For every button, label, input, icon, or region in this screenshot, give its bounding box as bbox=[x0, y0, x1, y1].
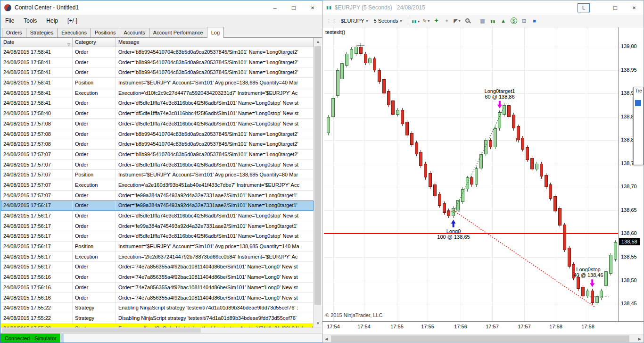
instrument-selector[interactable]: $EURJPY▾ bbox=[339, 17, 371, 25]
tab-log[interactable]: Log bbox=[207, 27, 224, 38]
floating-panel[interactable]: Tre bbox=[633, 87, 644, 165]
log-table-row[interactable]: 24/08/2015 17:58:41OrderOrder='df5dfe1ff… bbox=[1, 98, 314, 109]
chart-scrollbar-thumb[interactable] bbox=[331, 335, 629, 342]
candle bbox=[609, 255, 612, 274]
time-axis[interactable]: 17:5417:5417:5517:5517:5617:5717:5717:58… bbox=[322, 321, 644, 333]
menu-file[interactable]: File bbox=[0, 17, 19, 24]
log-table-row[interactable]: 24/08/2015 17:56:17OrderOrder='df5dfe1ff… bbox=[1, 211, 314, 221]
log-table-row[interactable]: 24/08/2015 17:55:22StrategyEnabling Ninj… bbox=[1, 303, 314, 313]
candle bbox=[545, 175, 548, 187]
log-table-row[interactable]: 24/08/2015 17:57:07OrderOrder='b8b994541… bbox=[1, 150, 314, 160]
log-table-row[interactable]: 24/08/2015 17:57:07OrderOrder='df5dfe1ff… bbox=[1, 160, 314, 170]
toolbar-grip-icon[interactable]: ⋮⋮ bbox=[326, 18, 337, 24]
add-indicator-icon[interactable]: + bbox=[432, 16, 441, 25]
layout-icon[interactable]: ▦ bbox=[478, 16, 487, 25]
cell-message: Order='df5dfe1fffa74e3c8116bbc4f25f6adb/… bbox=[116, 160, 314, 170]
scroll-left-icon[interactable]: ◀ bbox=[322, 335, 330, 343]
vertical-scrollbar[interactable]: ▲ ▼ bbox=[314, 38, 322, 327]
candle bbox=[424, 164, 427, 177]
log-table-row[interactable]: 24/08/2015 17:57:08OrderOrder='df5dfe1ff… bbox=[1, 119, 314, 129]
log-table-row[interactable]: 24/08/2015 17:56:17OrderOrder='fe99a384a… bbox=[1, 201, 314, 211]
tab-bar: Orders Strategies Executions Positions A… bbox=[0, 26, 322, 38]
tab-accounts[interactable]: Accounts bbox=[120, 28, 149, 37]
chart-horizontal-scrollbar[interactable]: ◀ ▶ bbox=[322, 335, 644, 343]
strategy-label: testexit() bbox=[325, 29, 345, 35]
maximize-icon[interactable]: □ bbox=[284, 0, 303, 15]
data-box-icon[interactable]: ■ bbox=[530, 16, 539, 25]
price-axis[interactable]: 138,58 139,00138,95138,90138,85138,80138… bbox=[618, 27, 644, 321]
column-header-date[interactable]: Date▽ bbox=[1, 38, 73, 47]
menu-help[interactable]: Help bbox=[41, 17, 63, 24]
candle bbox=[401, 110, 404, 124]
cell-message: Order='df5dfe1fffa74e3c8116bbc4f25f6adb/… bbox=[116, 98, 314, 108]
drawing-tools-icon[interactable]: ✎▾ bbox=[421, 16, 431, 25]
candle bbox=[530, 158, 534, 169]
column-header-message[interactable]: Message bbox=[116, 38, 314, 47]
grid-icon[interactable]: ⊞ bbox=[520, 16, 529, 25]
price-axis-label: 138,55 bbox=[621, 254, 637, 259]
gridline bbox=[324, 281, 618, 281]
zoom-icon[interactable] bbox=[463, 16, 472, 25]
log-table-row[interactable]: 24/08/2015 17:56:17PositionInstrument='$… bbox=[1, 242, 314, 252]
log-table-row[interactable]: 24/08/2015 17:55:22StrategyDisabling Nin… bbox=[1, 313, 314, 324]
area-chart-icon[interactable]: ▲ bbox=[499, 16, 508, 25]
candle bbox=[378, 70, 381, 82]
cell-date: 24/08/2015 17:56:16 bbox=[1, 293, 73, 303]
cursor-icon[interactable]: ◤▾ bbox=[453, 16, 462, 25]
connection-status-badge: Connected - Simulator bbox=[0, 334, 60, 343]
log-table-row[interactable]: 24/08/2015 17:56:17OrderOrder='74e7a8563… bbox=[1, 262, 314, 272]
marker-icon[interactable]: ✦ bbox=[442, 16, 452, 25]
horizontal-scrollbar-thumb[interactable] bbox=[2, 328, 201, 333]
log-table-row[interactable]: 24/08/2015 17:56:16OrderOrder='74e7a8563… bbox=[1, 293, 314, 303]
status-bar: Connected - Simulator bbox=[0, 333, 322, 343]
log-table-row[interactable]: 24/08/2015 17:57:07ExecutionExecution='a… bbox=[1, 180, 314, 191]
maximize-icon[interactable]: □ bbox=[606, 0, 625, 15]
log-table-row[interactable]: 24/08/2015 17:58:41PositionInstrument='$… bbox=[1, 78, 314, 88]
log-table-row[interactable]: 24/08/2015 17:57:07OrderOrder='fe99a384a… bbox=[1, 191, 314, 201]
horizontal-scrollbar[interactable] bbox=[1, 327, 322, 333]
minimize-icon[interactable]: – bbox=[265, 0, 284, 15]
link-button[interactable]: L bbox=[578, 3, 590, 12]
log-table-row[interactable]: 24/08/2015 17:57:08OrderOrder='b8b994541… bbox=[1, 129, 314, 140]
tab-positions[interactable]: Positions bbox=[91, 28, 120, 37]
log-table-row[interactable]: 24/08/2015 17:57:07PositionInstrument='$… bbox=[1, 170, 314, 180]
log-table-row[interactable]: 24/08/2015 17:56:17ExecutionExecution='2… bbox=[1, 252, 314, 262]
log-table-row[interactable]: 24/08/2015 17:58:41OrderOrder='b8b994541… bbox=[1, 58, 314, 68]
close-icon[interactable]: × bbox=[303, 0, 322, 15]
marker-glyph: ✦ bbox=[445, 18, 449, 24]
log-table-row[interactable]: 24/08/2015 17:58:41ExecutionExecution='d… bbox=[1, 88, 314, 99]
log-table-row[interactable]: 24/08/2015 17:55:22StrategyError on call… bbox=[1, 324, 314, 327]
horizontal-line-drawing[interactable] bbox=[324, 233, 618, 234]
time-axis-label: 17:55 bbox=[389, 324, 405, 329]
log-table-row[interactable]: 24/08/2015 17:57:08OrderOrder='b8b994541… bbox=[1, 139, 314, 150]
bar-chart-icon[interactable]: ▮▮ bbox=[488, 17, 498, 26]
scroll-up-icon[interactable]: ▲ bbox=[314, 38, 322, 46]
interval-selector[interactable]: 5 Seconds▾ bbox=[372, 17, 405, 25]
chart-plot-area[interactable]: testexit() © 2015 NinjaTrader, LLC 138,5… bbox=[322, 27, 644, 321]
close-icon[interactable]: × bbox=[625, 0, 644, 15]
candle bbox=[568, 248, 571, 267]
control-center-titlebar[interactable]: Control Center - Untitled1 – □ × bbox=[0, 0, 322, 15]
vertical-scrollbar-thumb[interactable] bbox=[314, 46, 321, 305]
log-table-row[interactable]: 24/08/2015 17:56:16OrderOrder='74e7a8563… bbox=[1, 272, 314, 283]
log-table-row[interactable]: 24/08/2015 17:56:17OrderOrder='fe99a384a… bbox=[1, 221, 314, 232]
menu-plus-minus[interactable]: [+/-] bbox=[63, 17, 82, 24]
column-header-category[interactable]: Category bbox=[73, 38, 116, 47]
log-table-row[interactable]: 24/08/2015 17:56:17OrderOrder='df5dfe1ff… bbox=[1, 231, 314, 242]
tab-account-performance[interactable]: Account Performance bbox=[149, 28, 207, 37]
log-table-row[interactable]: 24/08/2015 17:58:41OrderOrder='b8b994541… bbox=[1, 67, 314, 78]
chart-style-icon[interactable]: ▮▮▾ bbox=[411, 17, 421, 26]
menu-tools[interactable]: Tools bbox=[19, 17, 41, 24]
tab-orders[interactable]: Orders bbox=[2, 28, 26, 37]
log-table-row[interactable]: 24/08/2015 17:56:16OrderOrder='74e7a8563… bbox=[1, 283, 314, 293]
dollar-icon[interactable]: $ bbox=[509, 16, 519, 25]
execution-label: Long0100 @ 138,65 bbox=[437, 228, 470, 240]
log-table-row[interactable]: 24/08/2015 17:58:40OrderOrder='df5dfe1ff… bbox=[1, 109, 314, 119]
scroll-down-icon[interactable]: ▼ bbox=[314, 319, 322, 327]
scroll-right-icon[interactable]: ▶ bbox=[636, 335, 644, 343]
log-table-row[interactable]: 24/08/2015 17:58:41OrderOrder='b8b994541… bbox=[1, 47, 314, 58]
chart-titlebar[interactable]: ▮▮ $EURJPY (5 Seconds) 24/08/2015 L □ × bbox=[322, 0, 644, 15]
tab-executions[interactable]: Executions bbox=[57, 28, 91, 37]
cell-date: 24/08/2015 17:56:17 bbox=[1, 231, 73, 241]
tab-strategies[interactable]: Strategies bbox=[26, 28, 58, 37]
